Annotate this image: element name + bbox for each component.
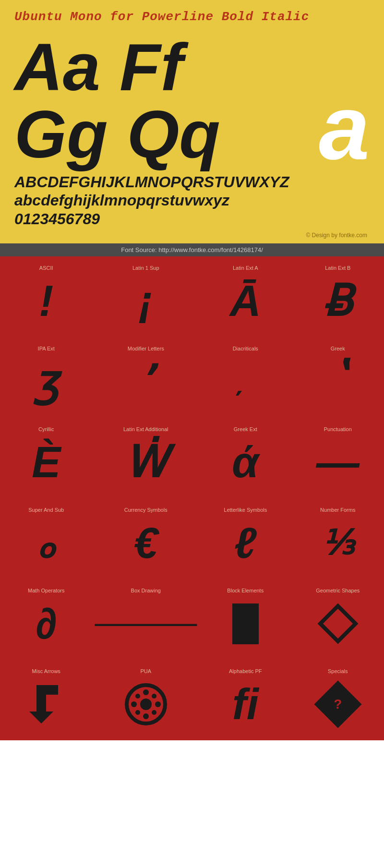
glyph-cell-currency: Currency Symbols € xyxy=(92,498,199,579)
glyph-label-modifierletters: Modifier Letters xyxy=(128,346,164,351)
glyph-cell-modifierletters: Modifier Letters ʼ xyxy=(92,337,199,418)
glyph-cell-alphabeticpf: Alphabetic PF fi xyxy=(199,660,291,740)
glyph-cell-boxdrawing: Box Drawing ───── xyxy=(92,579,199,660)
glyph-cell-specials: Specials ? xyxy=(292,660,384,740)
glyph-char-numberforms: ⅓ xyxy=(322,517,354,569)
glyph-char-letterlike: ℓ xyxy=(234,517,256,569)
glyph-char-punctuation: — xyxy=(316,436,360,489)
glyph-char-pua xyxy=(124,678,168,731)
question-diamond: ? xyxy=(319,685,357,723)
glyph-cell-ipaext: IPA Ext ʒ xyxy=(0,337,92,418)
svg-point-2 xyxy=(143,689,149,695)
glyph-cell-geometricshapes: Geometric Shapes xyxy=(292,579,384,660)
arrow-svg xyxy=(27,680,65,728)
svg-point-9 xyxy=(152,710,156,715)
glyph-cell-letterlike: Letterlike Symbols ℓ xyxy=(199,498,291,579)
glyph-cell-mathoperators: Math Operators ∂ xyxy=(0,579,92,660)
digits-line: 0123456789 xyxy=(14,210,370,228)
glyph-qq: Qq xyxy=(127,101,220,168)
glyph-char-greek: ʽ xyxy=(331,355,345,408)
glyph-label-cyrillic: Cyrillic xyxy=(38,426,54,432)
glyph-char-alphabeticpf: fi xyxy=(232,678,259,731)
glyph-label-latinextb: Latin Ext B xyxy=(325,265,350,271)
glyph-char-boxdrawing: ───── xyxy=(95,597,197,650)
glyph-white-a: a xyxy=(319,82,370,173)
glyph-char-cyrillic: È xyxy=(32,436,60,489)
block-rect xyxy=(232,603,259,644)
source-bar: Font Source: http://www.fontke.com/font/… xyxy=(0,243,384,256)
svg-point-8 xyxy=(135,710,140,715)
glyph-cell-cyrillic: Cyrillic È xyxy=(0,418,92,498)
glyph-char-mathoperators: ∂ xyxy=(36,597,57,650)
glyph-label-mathoperators: Math Operators xyxy=(28,588,64,593)
glyph-cell-greekext: Greek Ext ά xyxy=(199,418,291,498)
question-mark: ? xyxy=(334,697,342,712)
glyph-cell-punctuation: Punctuation — xyxy=(292,418,384,498)
glyph-cell-blockelements: Block Elements xyxy=(199,579,291,660)
glyph-cell-latinexta: Latin Ext A Ā xyxy=(199,256,291,337)
glyph-char-ipaext: ʒ xyxy=(34,355,59,408)
uppercase-line: ABCDEFGHIJKLMNOPQRSTUVWXYZ xyxy=(14,173,370,191)
svg-point-6 xyxy=(135,694,140,699)
glyph-cell-miscarrows: Misc Arrows xyxy=(0,660,92,740)
pua-svg xyxy=(124,683,168,726)
glyph-cell-latin1sup: Latin 1 Sup ¡ xyxy=(92,256,199,337)
svg-point-4 xyxy=(131,701,137,707)
glyph-cell-greek: Greek ʽ xyxy=(292,337,384,418)
glyph-char-greekext: ά xyxy=(232,436,259,489)
glyph-char-superandsub: ₒ xyxy=(37,517,55,569)
glyph-label-ipaext: IPA Ext xyxy=(38,346,55,351)
glyph-cell-superandsub: Super And Sub ₒ xyxy=(0,498,92,579)
diamond-shape xyxy=(317,603,358,644)
glyph-label-geometricshapes: Geometric Shapes xyxy=(316,588,360,593)
glyph-char-blockelements xyxy=(232,597,259,650)
glyphs-grid-section: ASCII ! Latin 1 Sup ¡ Latin Ext A Ā Lati… xyxy=(0,256,384,740)
glyph-label-currency: Currency Symbols xyxy=(124,507,168,513)
glyph-ff: Ff xyxy=(120,34,183,101)
glyph-char-miscarrows xyxy=(27,678,65,731)
glyph-label-specials: Specials xyxy=(328,668,348,674)
glyph-label-latinexta: Latin Ext A xyxy=(233,265,258,271)
svg-point-5 xyxy=(155,701,161,707)
glyph-label-diacriticals: Diacriticals xyxy=(233,346,258,351)
glyph-char-ascii: ! xyxy=(39,275,53,327)
glyph-label-superandsub: Super And Sub xyxy=(28,507,64,513)
hero-top: Aa Ff Gg Qq a xyxy=(14,34,370,168)
glyph-label-pua: PUA xyxy=(140,668,151,674)
glyph-row-1: Aa Ff xyxy=(14,34,319,101)
glyph-gg: Gg xyxy=(14,101,108,168)
alphabet-section: ABCDEFGHIJKLMNOPQRSTUVWXYZ abcdefghijklm… xyxy=(14,173,370,228)
glyph-label-latinextadd: Latin Ext Additional xyxy=(123,426,168,432)
glyph-label-alphabeticpf: Alphabetic PF xyxy=(229,668,262,674)
glyph-label-latin1sup: Latin 1 Sup xyxy=(132,265,159,271)
glyph-label-greek: Greek xyxy=(331,346,345,351)
glyph-label-numberforms: Number Forms xyxy=(320,507,355,513)
glyph-label-blockelements: Block Elements xyxy=(227,588,264,593)
glyph-cell-diacriticals: Diacriticals ̦ xyxy=(199,337,291,418)
glyph-char-currency: € xyxy=(134,517,158,569)
glyph-label-miscarrows: Misc Arrows xyxy=(32,668,60,674)
glyphs-grid: ASCII ! Latin 1 Sup ¡ Latin Ext A Ā Lati… xyxy=(0,256,384,740)
font-title: Ubuntu Mono for Powerline Bold Italic xyxy=(14,10,370,24)
glyph-char-specials: ? xyxy=(319,678,357,731)
glyph-char-latinextadd: Ẇ xyxy=(124,436,167,489)
svg-point-7 xyxy=(152,694,156,699)
glyph-cell-latinextadd: Latin Ext Additional Ẇ xyxy=(92,418,199,498)
copyright: © Design by fontke.com xyxy=(14,232,370,239)
left-glyphs: Aa Ff Gg Qq xyxy=(14,34,319,168)
glyph-cell-latinextb: Latin Ext B Ƀ xyxy=(292,256,384,337)
hero-section: Ubuntu Mono for Powerline Bold Italic Aa… xyxy=(0,0,384,243)
glyph-cell-pua: PUA xyxy=(92,660,199,740)
glyph-char-latin1sup: ¡ xyxy=(139,275,153,327)
glyph-cell-ascii: ASCII ! xyxy=(0,256,92,337)
glyph-char-geometricshapes xyxy=(324,597,352,650)
glyph-row-2: Gg Qq xyxy=(14,101,319,168)
svg-point-1 xyxy=(140,699,152,710)
glyph-label-greekext: Greek Ext xyxy=(234,426,257,432)
glyph-char-latinextb: Ƀ xyxy=(323,275,353,327)
glyph-aa: Aa xyxy=(14,34,100,101)
glyph-char-latinexta: Ā xyxy=(230,275,261,327)
glyph-label-boxdrawing: Box Drawing xyxy=(131,588,161,593)
glyph-cell-numberforms: Number Forms ⅓ xyxy=(292,498,384,579)
glyph-char-modifierletters: ʼ xyxy=(139,355,153,408)
